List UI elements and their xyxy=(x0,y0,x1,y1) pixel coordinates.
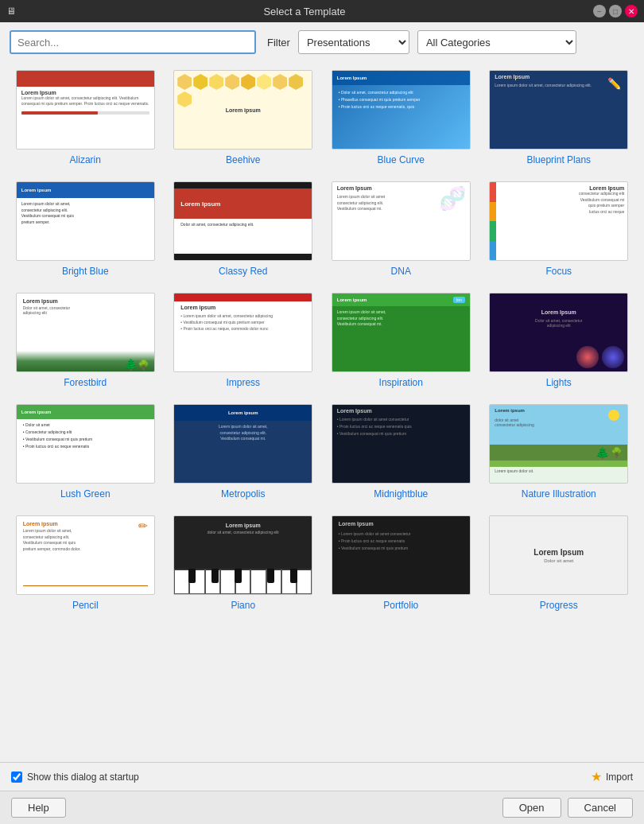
template-thumbnail-bluecurve: Lorem Ipsum • Dolor sit amet, consectetu… xyxy=(332,70,471,150)
list-item[interactable]: Lorem Ipsum Dolor sit amet Progress xyxy=(487,515,632,611)
title-bar-left: 🖥 xyxy=(6,6,16,17)
template-thumbnail-alizarin: Lorem Ipsum Lorem ipsum dolor sit amet, … xyxy=(16,70,155,150)
list-item[interactable]: Lorem Ipsum • Lorem ipsum dolor sit amet… xyxy=(328,515,474,611)
list-item[interactable]: Lorem ipsum Dolor sit amet, consectetura… xyxy=(13,293,158,388)
dialog: Filter Presentations Spreadsheets Docume… xyxy=(0,22,644,824)
template-thumbnail-beehive: Lorem ipsum xyxy=(173,70,312,150)
template-name: Alizarin xyxy=(70,154,101,165)
template-name: Focus xyxy=(545,266,572,277)
template-name: Impress xyxy=(226,377,260,388)
cancel-button[interactable]: Cancel xyxy=(568,798,633,818)
template-thumbnail-lushgreen: Lorem ipsum • Dolor sit amet • Consectet… xyxy=(16,404,155,484)
template-thumbnail-blueprint: Lorem Ipsum Lorem ipsum dolor sit amet, … xyxy=(489,70,628,150)
list-item[interactable]: Lorem ipsum Lorem ipsum dolor sit amet,c… xyxy=(171,404,316,499)
template-thumbnail-nature: Lorem ipsum dolor sit ametconsectetur ad… xyxy=(489,404,628,484)
list-item[interactable]: Lorem Ipsum • Dolor sit amet, consectetu… xyxy=(328,70,474,165)
close-button[interactable]: ✕ xyxy=(625,5,638,17)
toolbar: Filter Presentations Spreadsheets Docume… xyxy=(0,22,644,62)
list-item[interactable]: Lorem ipsum • Dolor sit amet • Consectet… xyxy=(13,404,158,499)
templates-grid: Lorem Ipsum Lorem ipsum dolor sit amet, … xyxy=(13,70,631,611)
template-name: Bright Blue xyxy=(62,266,109,277)
template-name: Portfolio xyxy=(383,600,418,611)
import-button[interactable]: ★ Import xyxy=(591,769,633,784)
startup-checkbox-container[interactable]: Show this dialog at startup xyxy=(11,772,139,783)
template-thumbnail-forestbird: Lorem ipsum Dolor sit amet, consectetura… xyxy=(16,293,155,372)
template-name: Inspiration xyxy=(379,377,423,388)
template-thumbnail-focus: Lorem Ipsum consectetur adipiscing elitV… xyxy=(489,181,628,261)
template-thumbnail-piano: Lorem ipsum dolor sit amet, consectetur … xyxy=(173,515,312,595)
list-item[interactable]: Lorem Ipsum Dolor sit amet, consectetur … xyxy=(171,181,316,277)
template-name: Blue Curve xyxy=(378,154,425,165)
template-name: Piano xyxy=(231,600,255,611)
list-item[interactable]: Lorem Ipsum Lorem ipsum dolor sit ametco… xyxy=(328,181,474,277)
star-icon: ★ xyxy=(591,769,602,784)
window-title: Select a Template xyxy=(16,6,593,17)
list-item[interactable]: Lorem ipsum • Lorem ipsum dolor sit amet… xyxy=(171,293,316,388)
template-thumbnail-metropolis: Lorem ipsum Lorem ipsum dolor sit amet,c… xyxy=(173,404,312,484)
list-item[interactable]: Lorem Ipsum Dolor sit amet, consectetura… xyxy=(487,293,632,388)
template-name: Lights xyxy=(546,377,572,388)
list-item[interactable]: Lorem ipsum Beehive xyxy=(171,70,316,165)
maximize-button[interactable]: □ xyxy=(609,5,622,17)
template-name: Classy Red xyxy=(219,266,267,277)
template-name: Lush Green xyxy=(60,488,111,499)
template-thumbnail-portfolio: Lorem Ipsum • Lorem ipsum dolor sit amet… xyxy=(332,515,471,595)
template-thumbnail-midnightblue: Lorem Ipsum • Lorem ipsum dolor sit amet… xyxy=(332,404,471,484)
search-input[interactable] xyxy=(10,30,256,54)
template-name: Midnightblue xyxy=(374,488,428,499)
window-controls: − □ ✕ xyxy=(593,5,638,17)
template-name: Progress xyxy=(540,600,578,611)
template-thumbnail-classyred: Lorem Ipsum Dolor sit amet, consectetur … xyxy=(173,181,312,261)
startup-checkbox[interactable] xyxy=(11,772,22,783)
list-item[interactable]: Lorem ipsum Lorem ipsum dolor sit amet,c… xyxy=(13,181,158,277)
action-bar: Help Open Cancel xyxy=(0,791,644,824)
title-bar: 🖥 Select a Template − □ ✕ xyxy=(0,0,644,22)
startup-label: Show this dialog at startup xyxy=(27,772,139,783)
help-button[interactable]: Help xyxy=(11,798,66,818)
list-item[interactable]: Lorem ipsum dolor sit ametconsectetur ad… xyxy=(487,404,632,499)
list-item[interactable]: Lorem ipsum Lorem ipsum dolor sit amet,c… xyxy=(13,515,158,611)
template-thumbnail-brightblue: Lorem ipsum Lorem ipsum dolor sit amet,c… xyxy=(16,181,155,261)
template-thumbnail-inspiration: Lorem ipsum btn Lorem ipsum dolor sit am… xyxy=(332,293,471,372)
list-item[interactable]: Lorem Ipsum • Lorem ipsum dolor sit amet… xyxy=(328,404,474,499)
template-name: Nature Illustration xyxy=(522,488,596,499)
templates-area: Lorem Ipsum Lorem ipsum dolor sit amet, … xyxy=(0,62,644,762)
template-thumbnail-pencil: Lorem ipsum Lorem ipsum dolor sit amet,c… xyxy=(16,515,155,595)
filter-select[interactable]: Presentations Spreadsheets Documents xyxy=(298,30,409,54)
template-name: Pencil xyxy=(72,600,99,611)
list-item[interactable]: Lorem Ipsum Lorem ipsum dolor sit amet, … xyxy=(13,70,158,165)
template-name: Blueprint Plans xyxy=(526,154,591,165)
template-name: Beehive xyxy=(226,154,260,165)
template-name: Forestbird xyxy=(64,377,107,388)
list-item[interactable]: Lorem Ipsum Lorem ipsum dolor sit amet, … xyxy=(487,70,632,165)
category-select[interactable]: All Categories Business Education Person… xyxy=(417,30,576,54)
app-icon: 🖥 xyxy=(6,6,16,17)
template-name: DNA xyxy=(391,266,411,277)
template-thumbnail-impress: Lorem ipsum • Lorem ipsum dolor sit amet… xyxy=(173,293,312,372)
import-label: Import xyxy=(606,772,633,783)
open-button[interactable]: Open xyxy=(502,798,561,818)
template-name: Metropolis xyxy=(221,488,265,499)
filter-label: Filter xyxy=(267,37,290,49)
template-thumbnail-lights: Lorem Ipsum Dolor sit amet, consectetura… xyxy=(489,293,628,372)
template-thumbnail-progress: Lorem Ipsum Dolor sit amet xyxy=(489,515,628,595)
minimize-button[interactable]: − xyxy=(593,5,606,17)
bottom-bar: Show this dialog at startup ★ Import xyxy=(0,762,644,791)
list-item[interactable]: Lorem ipsum btn Lorem ipsum dolor sit am… xyxy=(328,293,474,388)
list-item[interactable]: Lorem ipsum dolor sit amet, consectetur … xyxy=(171,515,316,611)
template-thumbnail-dna: Lorem Ipsum Lorem ipsum dolor sit ametco… xyxy=(332,181,471,261)
list-item[interactable]: Lorem Ipsum consectetur adipiscing elitV… xyxy=(487,181,632,277)
